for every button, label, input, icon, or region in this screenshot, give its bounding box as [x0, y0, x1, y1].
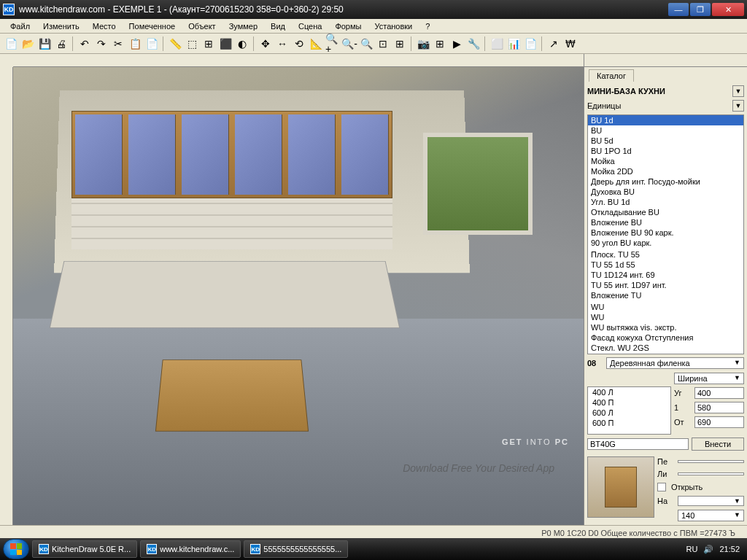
start-button[interactable] — [3, 539, 29, 559]
list-item[interactable]: Вложение BU 90 карк. — [588, 228, 743, 238]
toolbar-button[interactable]: 📊 — [506, 36, 522, 52]
list-item[interactable]: WU — [588, 302, 743, 312]
toolbar-button[interactable]: 📋 — [127, 36, 143, 52]
menu-Место[interactable]: Место — [87, 20, 122, 32]
tray-sound-icon[interactable]: 🔊 — [703, 545, 713, 554]
list-item[interactable]: WU вытяжка vis. экстр. — [588, 322, 743, 332]
ruler-vertical[interactable] — [0, 67, 13, 525]
list-item[interactable]: Духовка BU — [588, 187, 743, 197]
list-item[interactable]: Вложение TU — [588, 290, 743, 300]
dim-ot-value[interactable]: 690 — [694, 416, 744, 428]
toolbar-button[interactable]: ✥ — [258, 36, 274, 52]
taskbar-item[interactable]: KDwww.kitchendraw.c... — [140, 540, 241, 558]
list-item[interactable]: 90 угол BU карк. — [588, 238, 743, 248]
toolbar-button[interactable]: ⊡ — [375, 36, 391, 52]
list-item[interactable]: Дверь для инт. Посудо-мойки — [588, 176, 743, 187]
menu-Сцена[interactable]: Сцена — [293, 20, 328, 32]
list-item[interactable]: BU 1PO 1d — [588, 146, 743, 156]
kitchen-scene[interactable]: GET INTO PC Download Free Your Desired A… — [13, 67, 584, 525]
toolbar-button[interactable]: 📐 — [308, 36, 324, 52]
viewport-3d[interactable]: GET INTO PC Download Free Your Desired A… — [0, 54, 584, 525]
window-maximize-button[interactable]: ❐ — [690, 3, 711, 16]
list-item[interactable]: BU 5d — [588, 136, 743, 146]
tray-clock[interactable]: 21:52 — [719, 545, 740, 553]
toolbar-button[interactable]: ₩ — [562, 36, 578, 52]
list-item[interactable]: Вложение BU — [588, 217, 743, 228]
catalog-dropdown-arrow[interactable]: ▼ — [732, 85, 744, 97]
width-dropdown[interactable]: Ширина▼ — [674, 373, 744, 384]
toolbar-button[interactable]: 💾 — [36, 36, 53, 52]
toolbar-button[interactable]: 🔍- — [341, 36, 357, 52]
toolbar-button[interactable]: ⟲ — [291, 36, 307, 52]
list-item[interactable]: TU 55 1d 55 — [588, 260, 743, 270]
menu-Изменить[interactable]: Изменить — [37, 20, 85, 32]
l-value[interactable] — [678, 472, 744, 475]
toolbar-button[interactable]: ↔ — [274, 36, 290, 52]
menu-Зуммер[interactable]: Зуммер — [223, 20, 263, 32]
size-item[interactable]: 600 Л — [588, 408, 670, 418]
window-close-button[interactable]: ✕ — [712, 3, 744, 16]
menu-?[interactable]: ? — [419, 20, 436, 32]
toolbar-button[interactable]: ✂ — [110, 36, 126, 52]
menu-Формы[interactable]: Формы — [329, 20, 367, 32]
reference-input[interactable]: BT40G — [587, 438, 689, 450]
ruler-horizontal[interactable] — [13, 54, 584, 67]
list-item[interactable]: Мойка — [588, 156, 743, 166]
dim-ugl-value[interactable]: 400 — [694, 387, 744, 399]
list-item[interactable]: Фасад кожуха Отступления — [588, 332, 743, 343]
toolbar-button[interactable]: ⬛ — [217, 36, 233, 52]
menu-Файл[interactable]: Файл — [4, 20, 36, 32]
list-item[interactable]: BU 1d — [588, 115, 743, 125]
style-dropdown[interactable]: Деревянная филенка▼ — [606, 357, 744, 369]
toolbar-button[interactable]: ↗ — [546, 36, 562, 52]
toolbar-button[interactable]: 📄 — [522, 36, 538, 52]
dim-1-value[interactable]: 580 — [694, 402, 744, 413]
tab-catalog[interactable]: Каталог — [589, 69, 634, 82]
list-item[interactable]: Угл. BU 1d — [588, 197, 743, 207]
menu-Объект[interactable]: Объект — [182, 20, 221, 32]
list-item[interactable]: Плоск. TU 55 — [588, 249, 743, 260]
na-dropdown[interactable]: ▼ — [678, 496, 744, 506]
toolbar-button[interactable]: ⬜ — [489, 36, 505, 52]
size-list[interactable]: 400 Л400 П600 Л600 П — [587, 386, 671, 435]
p-value[interactable] — [678, 460, 744, 463]
toolbar-button[interactable]: 📂 — [20, 36, 36, 52]
component-list[interactable]: BU 1dBUBU 5dBU 1PO 1dМойкаМойка 2DDДверь… — [587, 114, 744, 354]
insert-button[interactable]: Внести — [692, 438, 744, 451]
system-tray[interactable]: RU 🔊 21:52 — [682, 545, 744, 554]
units-dropdown-arrow[interactable]: ▼ — [732, 100, 744, 112]
open-checkbox[interactable] — [657, 483, 666, 491]
toolbar-button[interactable]: 📄 — [3, 36, 19, 52]
menu-Вид[interactable]: Вид — [265, 20, 291, 32]
list-item[interactable]: Мойка 2DD — [588, 166, 743, 176]
toolbar-button[interactable]: 🔧 — [465, 36, 481, 52]
size-item[interactable]: 600 П — [588, 418, 670, 428]
toolbar-button[interactable]: 🔍+ — [325, 36, 341, 52]
list-item[interactable]: WU — [588, 312, 743, 322]
toolbar-button[interactable]: ↶ — [77, 36, 93, 52]
size-item[interactable]: 400 Л — [588, 387, 670, 397]
toolbar-button[interactable]: ⊞ — [392, 36, 408, 52]
toolbar-button[interactable]: 📷 — [415, 36, 431, 52]
na-value-dropdown[interactable]: 140▼ — [678, 510, 744, 521]
toolbar-button[interactable]: ⊞ — [201, 36, 217, 52]
toolbar-button[interactable]: 📏 — [167, 36, 183, 52]
toolbar-button[interactable]: ⬚ — [184, 36, 200, 52]
preview-box[interactable] — [587, 456, 654, 518]
list-item[interactable]: TU 55 инт. 1D97 инт. — [588, 280, 743, 290]
list-item[interactable]: TU 1D124 инт. 69 — [588, 270, 743, 280]
menu-Установки[interactable]: Установки — [368, 20, 418, 32]
taskbar-item[interactable]: KD5555555555555555... — [244, 540, 348, 558]
window-minimize-button[interactable]: — — [668, 3, 689, 16]
list-item[interactable]: Откладывание BU — [588, 207, 743, 217]
list-item[interactable]: BU — [588, 125, 743, 136]
list-item[interactable]: Стекл. WU 2GS — [588, 343, 743, 353]
toolbar-button[interactable]: 🔍 — [358, 36, 374, 52]
size-item[interactable]: 400 П — [588, 397, 670, 408]
toolbar-button[interactable]: ▶ — [449, 36, 465, 52]
toolbar-button[interactable]: ↷ — [93, 36, 109, 52]
tray-lang[interactable]: RU — [686, 545, 698, 553]
toolbar-button[interactable]: 📄 — [144, 36, 160, 52]
toolbar-button[interactable]: 🖨 — [53, 36, 69, 52]
toolbar-button[interactable]: ⊞ — [432, 36, 448, 52]
